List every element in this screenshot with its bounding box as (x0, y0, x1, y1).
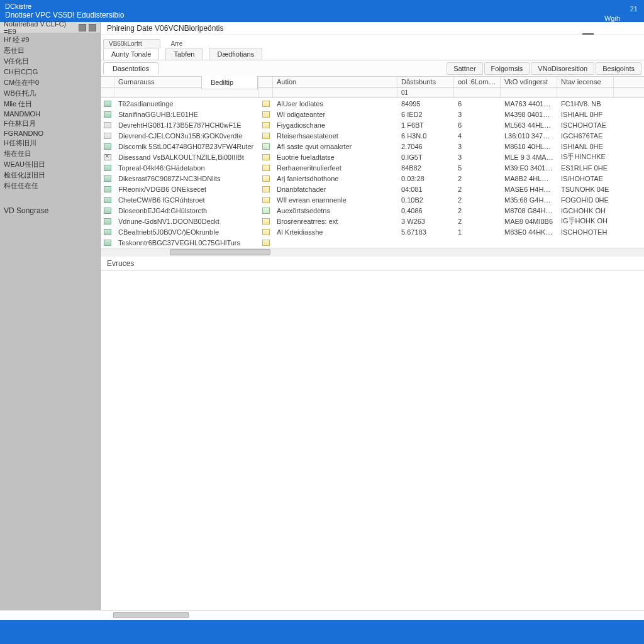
tab1-top-label[interactable]: VB60kLorfrt (103, 39, 160, 48)
row-icon (101, 208, 114, 214)
row-nav: ISHIANL 0HE (557, 142, 614, 151)
taskbar (0, 620, 644, 644)
table-row[interactable]: Teskonntr6BGC37VEGHL0C75GHlTurs (101, 237, 644, 248)
row-dist: 1 F6BT (397, 121, 454, 130)
row-name: Të2asdianuetinge (114, 99, 259, 108)
right-tab-3[interactable]: Besigoints (596, 62, 641, 75)
table-row[interactable]: CheteCW#B6 fGCRúhtsroetWfl evrean enarnn… (101, 194, 644, 205)
sidebar-item-12[interactable]: WEAU任旧日 (3, 159, 97, 170)
tab-row-2: Dasentotios SattnerFoigornsisVNoDisoresi… (101, 60, 644, 77)
row-icon (101, 154, 114, 160)
sidebar-section[interactable]: VD Songrase (0, 205, 100, 216)
sidebar-item-8[interactable]: F任林日月 (3, 118, 97, 129)
row-name: DevrehtHG081-I173B5E787HCH0wF1E (114, 121, 259, 130)
popup-tab[interactable]: Bediltip (201, 76, 258, 89)
col-aicon[interactable] (259, 77, 273, 87)
sidebar-item-0[interactable]: Hf 经 #9 (3, 35, 97, 45)
col-author[interactable]: Aution (273, 77, 397, 87)
row-sol: 2 (454, 206, 501, 215)
right-tab-1[interactable]: Foigornsis (484, 62, 530, 75)
row-vk: M8610 40HL006 (501, 142, 557, 151)
row-dist: 3 W263 (397, 217, 454, 226)
row-icon (101, 175, 114, 182)
sidebar-item-1[interactable]: 恶仕日 (3, 45, 97, 56)
sidebar-item-10[interactable]: H任将旧川 (3, 138, 97, 148)
col-sol[interactable]: ool :6Lorneas (454, 77, 501, 87)
row-nav: IG手HOHK OH (557, 216, 614, 226)
row-vk (501, 242, 557, 243)
sidebar-item-14[interactable]: 科任任在任 (3, 180, 97, 191)
sidebar-item-7[interactable]: MANDMOH (3, 109, 97, 118)
table-row[interactable]: Të2asdianuetingeAiUser lodiates849956MA7… (101, 98, 644, 109)
row-author: Wi odigateanter (273, 110, 397, 119)
table-row[interactable]: Discornik 5StL0C4748GH07B23VFW4RuterAfl … (101, 141, 644, 152)
grid-h-scrollbar[interactable] (101, 248, 644, 257)
row-dist: 6 H3N.0 (397, 131, 454, 140)
sidebar-items: Hf 经 #9恶仕日V任化日CH日C口GCM任在中0WB任托几Mlie 仕日MA… (0, 33, 100, 196)
row-dist: 0.IG5T (397, 153, 454, 162)
row-author: Afl saste qvut ornaakrter (273, 142, 397, 151)
table-row[interactable]: Dikesrast76C9087Zl-NC3HDNlitsArj faniert… (101, 173, 644, 184)
sidebar-icon-2[interactable] (89, 24, 96, 31)
table-row[interactable]: Dievrend-CJELCON3u15B:iGOK0verdteRteiser… (101, 130, 644, 141)
sidebar-item-6[interactable]: Mlie 仕日 (3, 99, 97, 109)
grid-header: Gurnarauss Aution Dåstsbunts ool :6Lorne… (101, 77, 644, 88)
row-author: Dnanbfatchader (273, 185, 397, 194)
row-dist: 0.10B2 (397, 196, 454, 204)
row-file-icon (259, 165, 273, 171)
sidebar-item-3[interactable]: CH日C口G (3, 67, 97, 77)
row-nav: FC1HV8. NB (557, 99, 614, 108)
row-icon (101, 240, 114, 246)
table-row[interactable]: Topreal-04kl46:GHädetabonRerhaeneritnuli… (101, 162, 644, 173)
sidebar-item-5[interactable]: WB任托几 (3, 88, 97, 99)
tab2-bottom[interactable]: Tabfen (165, 48, 203, 60)
table-row[interactable]: Vdnune-GdsNV1.DOONB0DecktBrosrenreatrres… (101, 216, 644, 226)
col-dist[interactable]: Dåstsbunts (397, 77, 454, 87)
tab1-bottom[interactable]: Aunty Tonale (103, 48, 159, 60)
row-author: Brosrenreatrres: ext (273, 217, 397, 226)
row-vk: MLE 9 3 4MALBB6 (501, 153, 557, 162)
sidebar-item-11[interactable]: 培在任日 (3, 148, 97, 159)
sidebar-item-2[interactable]: V任化日 (3, 56, 97, 67)
grid-h-scroll-thumb[interactable] (170, 249, 270, 255)
row-vk: M35:68 G4H10B6 (501, 196, 557, 204)
table-row[interactable]: DevrehtHG081-I173B5E787HCH0wF1EFiygadios… (101, 119, 644, 130)
row-author: Al Krteidiasshe (273, 228, 397, 236)
row-sol: 3 (454, 153, 501, 162)
row-sol: 6 (454, 99, 501, 108)
table-row[interactable]: StanifinaGGUHB:LE01HEWi odigateanter6 IE… (101, 109, 644, 119)
table-row[interactable]: DioseonbEJG4d:GHülstorcthAuexörtstsedetn… (101, 205, 644, 216)
grid-wrap: Bediltip Gurnarauss Aution Dåstsbunts oo… (101, 77, 644, 610)
row-file-icon (259, 197, 273, 203)
sidebar-item-9[interactable]: FGRANDNO (3, 129, 97, 138)
row-file-icon (259, 229, 273, 235)
sidebar-item-13[interactable]: 检任化ほ旧日 (3, 170, 97, 180)
row-vk: M83E0 44HK306 (501, 228, 557, 236)
row-icon (101, 165, 114, 171)
window-minimize-icon[interactable] (582, 33, 594, 35)
subtab-left[interactable]: Dasentotios (103, 62, 158, 74)
col-nav[interactable]: Ntav iecense (557, 77, 614, 87)
col-vk[interactable]: VkO vdingerst (501, 77, 557, 87)
tab2-top-label: Arre (165, 40, 204, 48)
row-icon (101, 218, 114, 225)
title-line1: DCkistre (5, 3, 639, 11)
row-sol: 4 (454, 131, 501, 140)
sidebar-item-4[interactable]: CM任在中0 (3, 77, 97, 88)
sidebar-icon-1[interactable] (79, 24, 86, 31)
tab3[interactable]: Dædfiotians (209, 48, 262, 60)
row-vk: M8708 G84H10B6 (501, 206, 557, 215)
row-name: Dikesrast76C9087Zl-NC3HDNlits (114, 174, 259, 183)
row-icon (101, 186, 114, 192)
row-author: AiUser lodiates (273, 99, 397, 108)
col-icon[interactable] (101, 77, 114, 87)
status-scroll-thumb[interactable] (113, 612, 189, 618)
col-dist-2[interactable]: 01 (397, 88, 454, 97)
row-file-icon (259, 111, 273, 118)
right-tab-0[interactable]: Sattner (447, 62, 482, 75)
table-row[interactable]: CBealtriebt5J0B0VC/)EOkrunbIeAl Krteidia… (101, 226, 644, 237)
table-row[interactable]: Disessand VsBALKOULTNZILE,Bi00IIIBtEuotr… (101, 152, 644, 162)
right-tab-2[interactable]: VNoDisoresition (531, 62, 594, 75)
row-dist: 5.67183 (397, 228, 454, 236)
table-row[interactable]: FReonix/VDGB6 ONEksecetDnanbfatchader04:… (101, 184, 644, 194)
